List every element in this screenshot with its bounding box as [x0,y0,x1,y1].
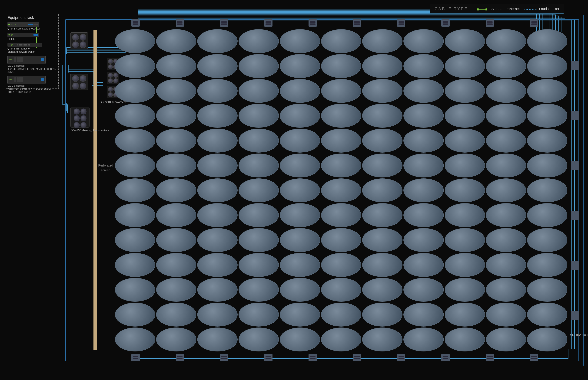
seat [321,54,361,78]
seat [156,278,196,302]
seat [403,203,444,227]
seat [156,203,196,227]
brand-qsys-2: Q-SYS [11,34,16,36]
seat [115,54,155,78]
seat [115,278,155,302]
bottom-spk-8 [441,354,450,361]
seat [321,178,361,202]
seat [197,303,237,326]
svg-rect-11 [480,9,481,9]
sc423-group: SC-423C (bi-amp) loudspeakers [70,107,109,132]
seat [238,203,279,227]
seat [362,228,402,252]
seat [197,29,237,53]
right-spk-4 [571,211,579,220]
seat [403,79,444,103]
ethernet-label: Standard Ethernet [491,7,520,11]
seat [321,104,361,128]
right-wall-speakers [571,40,579,340]
seat [527,178,567,202]
right-spk-5 [571,261,579,270]
seat [321,228,361,252]
device-dcio-h: Q-SYS DCIO-H [7,33,56,41]
seat [238,29,279,53]
device-cxq-2: CX-Q CX-Q 8-channel (Center LF, Center M… [7,76,56,94]
svg-rect-10 [479,9,480,9]
ceiling-spk-8 [441,19,450,27]
seat [445,228,485,252]
ethernet-legend-item: Standard Ethernet [477,7,520,11]
screen-label: Perforatedscreen [98,163,113,172]
seat [197,203,237,227]
seat [445,253,485,277]
seat [156,153,196,177]
seat [362,178,402,202]
seat [445,278,485,302]
device-core-nano: Q-SYS Q-SYS Core Nano processor [7,22,56,30]
svg-rect-12 [486,8,487,10]
brand-qsys-3: Q-SYS [11,44,16,46]
seat [403,178,444,202]
seat [238,153,279,177]
seat [527,253,567,277]
seat [486,327,526,351]
seat [156,79,196,103]
sc423-unit [70,107,90,128]
led-indicator-1 [28,24,33,25]
seat [115,303,155,326]
bottom-spk-2 [176,354,184,361]
seat [115,253,155,277]
seat [527,54,567,78]
seat [445,203,485,227]
perforated-screen [94,30,97,350]
seat [115,228,155,252]
seat [280,278,320,302]
legend-title: CABLE TYPE [434,6,472,11]
seat [238,253,279,277]
ceiling-spk-2 [176,19,184,27]
seat [486,54,526,78]
seat [115,104,155,128]
svg-rect-7 [477,8,479,10]
seat [403,153,444,177]
seat [321,79,361,103]
right-spk-2 [571,111,579,120]
seat [362,79,402,103]
seat [280,253,320,277]
seating-area: SR-1020 loudspeakers [113,28,569,353]
seat [362,327,402,351]
seat [527,228,567,252]
right-spk-3 [571,161,579,170]
seat [403,54,444,78]
seat [362,104,402,128]
seat [197,129,237,152]
brand-qsys-1: Q-SYS [11,24,16,25]
seat [403,29,444,53]
svg-rect-8 [477,8,478,9]
seat [280,178,320,202]
seat [238,79,279,103]
seat [403,253,444,277]
device-cxq-1: CX-Q CX-Q 8-channel (Left LF, Left MF/HF… [7,56,56,74]
seat [362,278,402,302]
seat [362,29,402,53]
seat [486,29,526,53]
ceiling-spk-1 [131,19,140,27]
seat [527,303,567,326]
seat [115,29,155,53]
equipment-rack: Equipment rack Q-SYS Q-SYS Core Nano pro… [5,13,59,89]
seat [197,178,237,202]
seat [445,303,485,326]
bottom-spk-7 [397,354,405,361]
seat [445,54,485,78]
seat [527,129,567,152]
seat [486,228,526,252]
seat [238,104,279,128]
ethernet-icon [477,7,490,10]
seat [115,79,155,103]
seat [197,228,237,252]
seat [362,153,402,177]
svg-rect-13 [486,8,487,9]
seat [197,327,237,351]
seat [280,104,320,128]
